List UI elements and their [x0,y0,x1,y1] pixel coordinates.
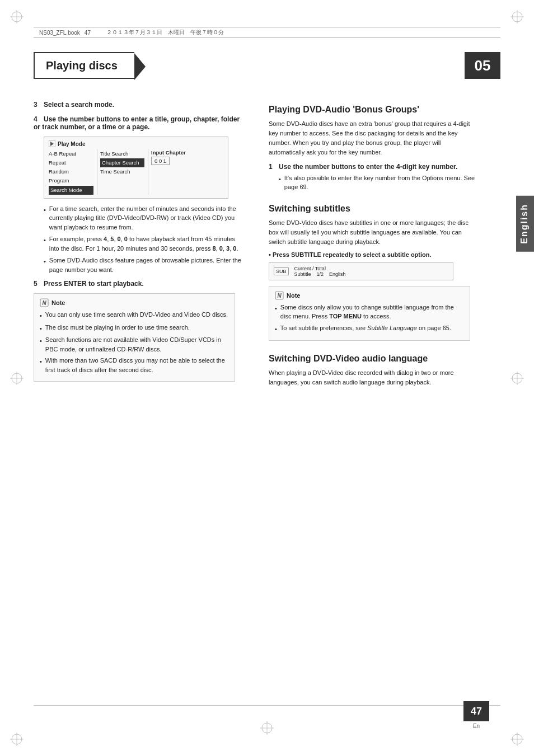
pm-time-search: Time Search [100,167,144,176]
section1-step1: 1 Use the number buttons to enter the 4-… [269,163,478,171]
page-title: Playing discs [46,59,118,72]
press-subtitle-text: • Press SUBTITLE repeatedly to select a … [269,251,478,258]
note-icon-left: N [40,298,49,307]
note-item-1: • You can only use time search with DVD-… [40,310,229,321]
pm-item-search-selected: Search Mode [49,186,93,195]
note-box-right: N Note • Some discs only allow you to ch… [269,286,470,341]
step-3-label: 3 Select a search mode. [34,101,246,109]
play-mode-box: Play Mode A-B Repeat Repeat Random Progr… [44,137,228,199]
bullet-text-3: Some DVD-Audio discs feature pages of br… [49,256,246,274]
reg-mark-tl [10,10,24,24]
pm-item-repeat: Repeat [49,158,93,167]
subtitle-current-total-label: Current / Total [294,266,346,271]
reg-mark-tr [510,10,524,24]
reg-mark-ml [10,372,24,385]
play-mode-left: A-B Repeat Repeat Random Program Search … [49,149,93,195]
reg-mark-mr [510,372,524,385]
meta-bar: NS03_ZFL.book 47 ２０１３年７月３１日 木曜日 午後７時０分 [34,27,500,38]
note-item-4: • With more than two SACD discs you may … [40,356,229,374]
step-5-label: 5 Press ENTER to start playback. [34,280,246,288]
bullet-item-2: • For example, press 4, 5, 0, 0 to have … [44,234,246,253]
svg-marker-19 [50,142,54,146]
input-chapter-value: 0 0 1 [151,157,170,165]
meta-date: ２０１３年７月３１日 木曜日 午後７時０分 [106,29,224,36]
svg-text:N: N [42,300,46,306]
play-mode-icon [49,140,55,147]
pm-item-ab: A-B Repeat [49,149,93,158]
pm-chapter-search-selected: Chapter Search [100,158,144,167]
section1-bullet: • It's also possible to enter the key nu… [279,173,478,192]
meta-filename: NS03_ZFL.book [39,30,80,36]
section1-title: Playing DVD-Audio 'Bonus Groups' [269,104,478,116]
subtitle-display: SUB Current / Total Subtitle 1/2 English [269,262,453,280]
note-icon-right: N [275,291,284,300]
chapter-number: 05 [465,52,500,79]
bullet-text-1: For a time search, enter the number of m… [49,204,246,232]
bullet-text-2: For example, press 4, 5, 0, 0 to have pl… [49,234,246,253]
section3-title: Switching DVD-Video audio language [269,353,478,365]
section1-bullet-item: • It's also possible to enter the key nu… [279,173,478,192]
input-chapter-label: Input Chapter [151,149,198,156]
bullets-after-diagram: • For a time search, enter the number of… [44,204,246,275]
play-mode-right: Input Chapter 0 0 1 [148,149,198,195]
header-section: Playing discs 05 [34,49,500,82]
note-right-item-1: • Some discs only allow you to change su… [275,303,464,321]
section3-body: When playing a DVD-Video disc recorded w… [269,368,478,387]
pm-item-random: Random [49,167,93,176]
play-mode-content: A-B Repeat Repeat Random Program Search … [49,149,223,195]
reg-mark-bl [10,732,24,746]
english-tab: English [516,196,534,252]
page-lang: En [473,723,480,729]
page-num-area: 47 En [463,701,489,729]
play-mode-title: Play Mode [49,140,223,147]
pm-item-program: Program [49,176,93,185]
content-area: 3 Select a search mode. 4 Use the number… [34,95,478,700]
play-mode-mid: Title Search Chapter Search Time Search [97,149,144,195]
note-right-item-2: • To set subtitle preferences, see Subti… [275,323,464,334]
bottom-line [34,705,500,706]
note-item-2: • The disc must be playing in order to u… [40,323,229,334]
page: NS03_ZFL.book 47 ２０１３年７月３１日 木曜日 午後７時０分 P… [0,0,534,756]
note-header-left: N Note [40,298,229,307]
svg-text:N: N [277,293,282,299]
bullet-item-1: • For a time search, enter the number of… [44,204,246,232]
section2-title: Switching subtitles [269,203,478,215]
pm-title-search: Title Search [100,149,144,158]
right-column: Playing DVD-Audio 'Bonus Groups' Some DV… [269,95,478,392]
subtitle-icon: SUB [274,267,289,275]
page-title-box: Playing discs [34,52,134,79]
reg-mark-bc [260,721,274,735]
note-box-left: N Note • You can only use time search wi… [34,293,235,382]
left-column: 3 Select a search mode. 4 Use the number… [34,95,246,386]
section1-body: Some DVD-Audio discs have an extra 'bonu… [269,119,478,157]
reg-mark-br [510,732,524,746]
note-header-right: N Note [275,291,464,300]
subtitle-labels: Current / Total Subtitle 1/2 English [294,266,346,277]
page-number: 47 [463,701,489,721]
note-item-3: • Search functions are not available wit… [40,335,229,354]
subtitle-row: Subtitle 1/2 English [294,271,346,277]
step-4-label: 4 Use the number buttons to enter a titl… [34,115,246,131]
bullet-item-3: • Some DVD-Audio discs feature pages of … [44,256,246,274]
section2-body: Some DVD-Video discs have subtitles in o… [269,218,478,247]
